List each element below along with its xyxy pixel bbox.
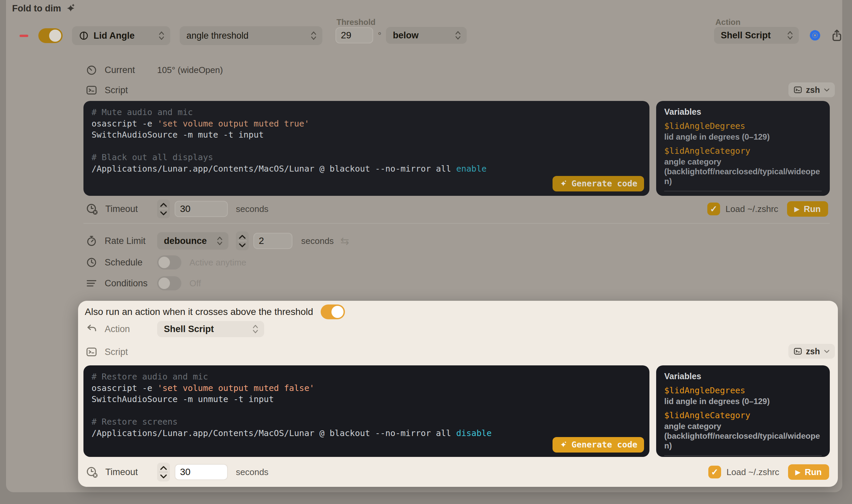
- schedule-row: Schedule Active anytime: [86, 255, 246, 270]
- gear-icon[interactable]: [808, 29, 822, 42]
- code-line: # Restore audio and mic: [92, 371, 641, 382]
- stepper-down-button[interactable]: [239, 241, 246, 249]
- threshold-input[interactable]: [336, 27, 373, 43]
- load-zshrc-checkbox[interactable]: ✓: [708, 466, 721, 479]
- threshold-label: Threshold: [337, 18, 376, 27]
- stepper-up-button[interactable]: [239, 233, 246, 240]
- code-line: [92, 141, 641, 152]
- reverse-timeout-stepper[interactable]: [157, 463, 170, 482]
- schedule-toggle[interactable]: [157, 255, 181, 270]
- variables-title: Variables: [664, 372, 822, 381]
- current-value: 105° (wideOpen): [157, 65, 223, 75]
- sparkles-icon: [559, 441, 567, 449]
- toggle-knob: [49, 30, 61, 42]
- trigger-source-select[interactable]: Lid Angle: [72, 26, 170, 45]
- timeout-label: Timeout: [105, 204, 138, 214]
- sparkles-icon: [559, 180, 567, 188]
- trigger-event-select[interactable]: angle threshold: [180, 26, 322, 45]
- generate-code-button[interactable]: Generate code: [552, 176, 644, 192]
- trigger-enabled-toggle[interactable]: [38, 28, 62, 43]
- variable-description: angle category (backlightoff/nearclosed/…: [664, 157, 822, 186]
- terminal-icon: [86, 346, 97, 358]
- chevron-down-icon: [824, 88, 830, 92]
- share-icon[interactable]: [831, 29, 843, 42]
- variable-description: angle category (backlightoff/nearclosed/…: [664, 421, 822, 450]
- current-label: Current: [105, 65, 135, 75]
- rate-limit-stepper[interactable]: [236, 232, 249, 250]
- generate-code-label: Generate code: [572, 178, 637, 190]
- stepper-down-button[interactable]: [160, 209, 167, 217]
- lid-angle-icon: [79, 31, 89, 41]
- action-label: Action: [715, 18, 741, 27]
- conditions-toggle[interactable]: [157, 276, 181, 290]
- timeout-input[interactable]: [175, 201, 228, 217]
- run-button[interactable]: ▶ Run: [788, 464, 829, 480]
- also-run-row: Also run an action when it crosses above…: [85, 304, 345, 320]
- threshold-comparison-select[interactable]: below: [386, 27, 467, 44]
- timeout-stepper[interactable]: [157, 199, 170, 218]
- reverse-timeout-row: Timeout seconds: [86, 463, 269, 482]
- reverse-shell-select[interactable]: zsh: [788, 344, 835, 359]
- reverse-action-select[interactable]: Shell Script: [157, 321, 264, 337]
- undo-arrow-icon: [86, 323, 97, 335]
- rate-limit-input[interactable]: [253, 233, 292, 249]
- reverse-script-label: Script: [105, 347, 128, 357]
- rate-limit-unit: seconds: [301, 236, 334, 246]
- also-run-toggle[interactable]: [321, 305, 345, 319]
- action-select-value: Shell Script: [721, 30, 771, 41]
- swap-arrows-icon[interactable]: ⇆: [341, 235, 349, 247]
- stepper-up-button[interactable]: [160, 464, 167, 472]
- run-label: Run: [804, 467, 822, 478]
- rate-limit-mode-select[interactable]: debounce: [157, 232, 229, 250]
- variable-name: $lidAngleCategory: [664, 146, 822, 156]
- variables-panel: Variables $lidAngleDegrees lid angle in …: [656, 101, 830, 196]
- timeout-row: Timeout seconds: [86, 199, 269, 218]
- reverse-action-card: Also run an action when it crosses above…: [78, 301, 838, 487]
- script-editor-row: # Mute audio and micosascript -e 'set vo…: [84, 101, 830, 196]
- script-label: Script: [105, 85, 128, 95]
- run-button[interactable]: ▶ Run: [787, 201, 828, 217]
- action-group: Shell Script: [714, 27, 843, 44]
- toggle-knob: [331, 306, 344, 318]
- variable-name: $lidAngleCategory: [664, 411, 822, 420]
- threshold-comparison-value: below: [393, 30, 419, 41]
- chevron-up-down-icon: [216, 235, 223, 246]
- chevron-up-down-icon: [252, 324, 259, 335]
- action-select[interactable]: Shell Script: [714, 27, 799, 44]
- load-zshrc-checkbox[interactable]: ✓: [707, 202, 720, 215]
- chevron-up-down-icon: [455, 30, 461, 41]
- chevron-down-icon: [160, 474, 167, 479]
- page-title-text: Fold to dim: [12, 3, 61, 14]
- code-line: osascript -e 'set volume output muted tr…: [92, 118, 641, 129]
- generate-code-button[interactable]: Generate code: [552, 437, 644, 452]
- code-line: # Mute audio and mic: [92, 107, 641, 118]
- stepper-down-button[interactable]: [160, 472, 167, 481]
- play-icon: ▶: [796, 468, 800, 476]
- rate-limit-label: Rate Limit: [105, 236, 146, 246]
- current-row: Current 105° (wideOpen): [86, 62, 223, 77]
- reverse-script-editor-row: # Restore audio and micosascript -e 'set…: [84, 365, 830, 457]
- reverse-shell-value: zsh: [806, 346, 820, 356]
- reverse-timeout-unit: seconds: [236, 467, 269, 478]
- stepper-up-button[interactable]: [160, 200, 167, 209]
- timeout-unit: seconds: [236, 204, 269, 214]
- remove-trigger-button[interactable]: [19, 35, 28, 37]
- code-line: # Black out all displays: [92, 152, 641, 163]
- code-line: SwitchAudioSource -m unmute -t input: [92, 394, 641, 405]
- app-window: Fold to dim Lid Angle angle threshold: [0, 0, 852, 504]
- divider: [664, 455, 822, 456]
- variable-description: lid angle in degrees (0–129): [664, 396, 822, 406]
- page-title: Fold to dim: [12, 3, 76, 14]
- chevron-up-down-icon: [787, 30, 794, 41]
- chevron-up-down-icon: [310, 30, 317, 41]
- reverse-action-value: Shell Script: [164, 324, 214, 335]
- script-code-editor[interactable]: # Mute audio and micosascript -e 'set vo…: [84, 101, 649, 196]
- reverse-timeout-input[interactable]: [175, 464, 228, 480]
- shell-select[interactable]: zsh: [788, 83, 835, 97]
- shell-select-value: zsh: [806, 85, 820, 95]
- timeout-clock-icon: [86, 466, 98, 478]
- conditions-row: Conditions Off: [86, 276, 201, 291]
- stopwatch-icon: [86, 235, 97, 247]
- code-line: [92, 405, 641, 416]
- reverse-script-code-editor[interactable]: # Restore audio and micosascript -e 'set…: [84, 365, 649, 457]
